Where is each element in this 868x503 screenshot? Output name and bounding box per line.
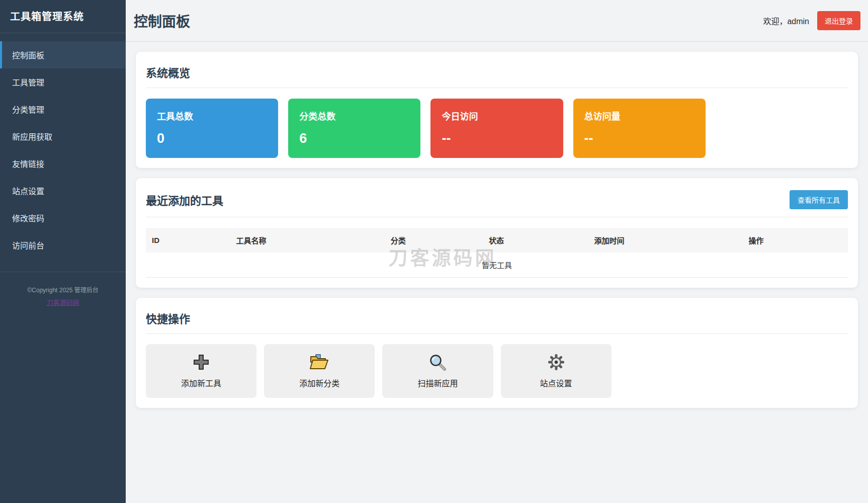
search-icon <box>387 353 488 372</box>
sidebar-item-site-settings[interactable]: 站点设置 <box>0 177 126 204</box>
sidebar: 工具箱管理系统 控制面板 工具管理 分类管理 新应用获取 友情链接 站点设置 修… <box>0 0 126 503</box>
plus-icon <box>151 353 251 372</box>
quick-action-label: 站点设置 <box>506 377 606 389</box>
stat-value: 0 <box>157 131 267 146</box>
sidebar-nav: 控制面板 工具管理 分类管理 新应用获取 友情链接 站点设置 修改密码 访问前台 <box>0 41 126 259</box>
column-header-category: 分类 <box>385 228 483 253</box>
quick-action-label: 扫描新应用 <box>387 377 488 389</box>
stat-card-total-categories: 分类总数 6 <box>288 99 420 158</box>
quick-action-site-settings[interactable]: 站点设置 <box>501 344 612 398</box>
stat-label: 总访问量 <box>584 109 695 122</box>
stat-label: 分类总数 <box>299 109 409 122</box>
quick-action-label: 添加新工具 <box>151 377 251 389</box>
view-all-tools-button[interactable]: 查看所有工具 <box>790 190 848 209</box>
main-area: 控制面板 欢迎，admin 退出登录 系统概览 工具总数 0 分类总数 <box>126 0 868 503</box>
panel-quick-actions: 快捷操作 添加新工具 <box>136 298 858 408</box>
footer-link[interactable]: 刀客源码网 <box>46 297 79 307</box>
table-header-row: ID 工具名称 分类 状态 添加时间 操作 <box>146 228 848 253</box>
content: 系统概览 工具总数 0 分类总数 6 今日访问 -- <box>126 42 868 408</box>
quick-action-add-category[interactable]: 添加新分类 <box>264 344 375 398</box>
quick-actions-panel-head: 快捷操作 <box>146 308 848 334</box>
app-window: 工具箱管理系统 控制面板 工具管理 分类管理 新应用获取 友情链接 站点设置 修… <box>0 0 868 503</box>
recent-tools-title: 最近添加的工具 <box>146 192 223 208</box>
stat-label: 工具总数 <box>157 109 267 122</box>
stat-value: -- <box>442 131 552 146</box>
quick-actions-title: 快捷操作 <box>146 310 190 326</box>
stats-grid: 工具总数 0 分类总数 6 今日访问 -- 总访问量 -- <box>146 99 848 158</box>
column-header-name: 工具名称 <box>230 228 385 253</box>
stat-card-total-visits: 总访问量 -- <box>573 99 706 158</box>
sidebar-item-change-password[interactable]: 修改密码 <box>0 204 126 231</box>
column-header-id: ID <box>146 228 230 253</box>
column-header-status: 状态 <box>483 228 588 253</box>
quick-action-scan-apps[interactable]: 扫描新应用 <box>382 344 493 398</box>
sidebar-item-visit-frontend[interactable]: 访问前台 <box>0 231 126 259</box>
sidebar-item-categories[interactable]: 分类管理 <box>0 96 126 123</box>
gear-icon <box>506 353 606 372</box>
empty-row: 暂无工具 <box>146 253 848 278</box>
stat-card-total-tools: 工具总数 0 <box>146 99 278 158</box>
stat-value: 6 <box>299 131 409 146</box>
quick-actions-grid: 添加新工具 添加新分类 <box>146 344 848 398</box>
logout-button[interactable]: 退出登录 <box>817 11 860 30</box>
copyright-text: ©Copyright 2025 管理后台 <box>6 285 120 294</box>
stat-value: -- <box>584 131 695 146</box>
panel-system-overview: 系统概览 工具总数 0 分类总数 6 今日访问 -- <box>136 52 858 168</box>
sidebar-item-new-apps[interactable]: 新应用获取 <box>0 123 126 150</box>
topbar: 控制面板 欢迎，admin 退出登录 <box>126 0 868 42</box>
panel-recent-tools: 最近添加的工具 查看所有工具 ID 工具名称 分类 状态 <box>136 178 858 288</box>
overview-title: 系统概览 <box>146 64 190 80</box>
quick-action-label: 添加新分类 <box>269 377 370 389</box>
folder-icon <box>269 353 370 372</box>
stat-label: 今日访问 <box>442 109 552 122</box>
empty-state-text: 暂无工具 <box>146 253 848 278</box>
topbar-right: 欢迎，admin 退出登录 <box>763 11 860 30</box>
overview-panel-head: 系统概览 <box>146 62 848 88</box>
stat-card-today-visits: 今日访问 -- <box>430 99 563 158</box>
sidebar-footer: ©Copyright 2025 管理后台 刀客源码网 <box>0 272 126 307</box>
column-header-actions: 操作 <box>743 228 848 253</box>
recent-tools-table: ID 工具名称 分类 状态 添加时间 操作 暂无工具 <box>146 228 848 278</box>
welcome-text: 欢迎，admin <box>763 15 809 27</box>
sidebar-item-dashboard[interactable]: 控制面板 <box>0 41 126 68</box>
column-header-added: 添加时间 <box>588 228 742 253</box>
sidebar-item-friend-links[interactable]: 友情链接 <box>0 150 126 177</box>
sidebar-item-tools[interactable]: 工具管理 <box>0 68 126 96</box>
recent-tools-panel-head: 最近添加的工具 查看所有工具 <box>146 188 848 217</box>
page-title: 控制面板 <box>134 11 190 31</box>
quick-action-add-tool[interactable]: 添加新工具 <box>146 344 256 398</box>
app-title: 工具箱管理系统 <box>0 0 126 33</box>
